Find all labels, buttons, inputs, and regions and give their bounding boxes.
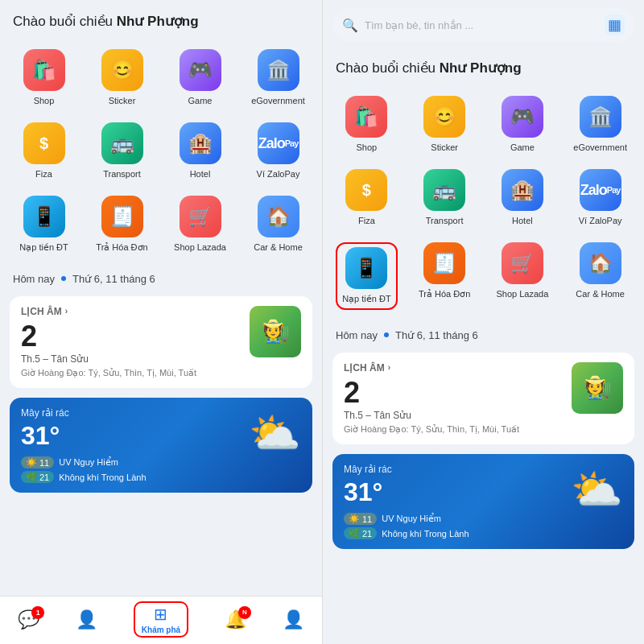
- app-icon-zalopay: ZaloPay: [258, 122, 299, 164]
- app-icon-game: 🎮: [180, 49, 221, 91]
- explore-label: Khám phá: [142, 625, 180, 634]
- app-icon-sticker: 😊: [101, 49, 143, 91]
- profile-icon: 👤: [283, 609, 304, 630]
- app-icon-egov: 🏛️: [580, 96, 621, 138]
- right-lich-am-gio: Giờ Hoàng Đạo: Tý, Sửu, Thìn, Tị, Mùi, T…: [344, 424, 519, 435]
- nav-chat[interactable]: 💬 1: [18, 609, 39, 630]
- app-label-fiza: Fiza: [358, 216, 375, 226]
- air-badge: 🌿 21: [21, 471, 54, 483]
- app-icon-carhome: 🏠: [258, 196, 299, 237]
- app-label-game: Game: [510, 142, 535, 153]
- right-weather-card: Mây rải rác 31° ☀️ 11 UV Nguy Hiểm 🌿 21 …: [332, 454, 634, 549]
- app-item-trahoadon[interactable]: 🧾Trả Hóa Đơn: [407, 236, 482, 316]
- app-item-sticker[interactable]: 😊Sticker: [85, 43, 159, 113]
- lich-am-gio: Giờ Hoàng Đạo: Tý, Sửu, Thìn, Tị, Mùi, T…: [21, 368, 196, 378]
- app-item-transport[interactable]: 🚌Transport: [85, 116, 159, 186]
- app-label-naptien: Nạp tiền ĐT: [19, 242, 68, 253]
- app-label-lazada: Shop Lazada: [496, 289, 548, 299]
- nav-notifications[interactable]: 🔔 N: [225, 609, 246, 630]
- app-icon-egov: 🏛️: [258, 49, 299, 91]
- left-weather-card: Mây rải rác 31° ☀️ 11 UV Nguy Hiểm 🌿 21 …: [10, 398, 312, 493]
- app-label-sticker: Sticker: [109, 96, 136, 106]
- app-item-hotel[interactable]: 🏨Hotel: [163, 116, 237, 186]
- right-air-row: 🌿 21 Không khí Trong Lành: [344, 527, 623, 539]
- app-icon-fiza: $: [345, 169, 387, 211]
- app-icon-carhome: 🏠: [580, 242, 621, 284]
- weather-info: ☀️ 11 UV Nguy Hiểm 🌿 21 Không khí Trong …: [21, 456, 301, 483]
- app-label-fiza: Fiza: [35, 169, 52, 180]
- app-label-zalopay: Ví ZaloPay: [257, 169, 300, 180]
- chevron-right-icon: ›: [65, 307, 68, 316]
- right-lich-am-card: LỊCH ÂM › 2 Th.5 – Tân Sửu Giờ Hoàng Đạo…: [332, 353, 634, 445]
- app-label-trahoadon: Trả Hóa Đơn: [96, 242, 147, 253]
- app-icon-lazada: 🛒: [502, 242, 543, 284]
- app-item-shop[interactable]: 🛍️Shop: [6, 43, 81, 113]
- app-icon-sticker: 😊: [423, 96, 465, 138]
- app-icon-hotel: 🏨: [502, 169, 543, 211]
- app-label-trahoadon: Trả Hóa Đơn: [419, 289, 470, 299]
- app-item-game[interactable]: 🎮Game: [163, 43, 237, 113]
- lich-am-sub: Th.5 – Tân Sửu: [21, 353, 196, 365]
- nav-contacts[interactable]: 👤: [76, 609, 97, 630]
- lich-am-header[interactable]: LỊCH ÂM ›: [21, 306, 196, 317]
- app-item-naptien[interactable]: 📱Nạp tiền ĐT: [329, 236, 404, 316]
- right-sun-cloud-icon: ⛅: [571, 465, 623, 514]
- app-item-lazada[interactable]: 🛒Shop Lazada: [485, 236, 560, 316]
- right-app-grid: 🛍️Shop😊Sticker🎮Game🏛️eGovernment$Fiza🚌Tr…: [323, 83, 644, 323]
- app-icon-transport: 🚌: [423, 169, 465, 211]
- nav-profile[interactable]: 👤: [283, 609, 304, 630]
- app-label-egov: eGovernment: [573, 142, 627, 153]
- app-item-carhome[interactable]: 🏠Car & Home: [563, 236, 638, 316]
- left-date-row: Hôm nay Thứ 6, 11 tháng 6: [0, 266, 322, 291]
- right-lich-am-header[interactable]: LỊCH ÂM ›: [344, 362, 519, 374]
- app-label-lazada: Shop Lazada: [174, 242, 226, 253]
- left-bottom-nav: 💬 1 👤 ⊞ Khám phá 🔔 N 👤: [0, 596, 322, 644]
- app-label-naptien: Nạp tiền ĐT: [342, 294, 390, 304]
- app-item-fiza[interactable]: $Fiza: [329, 163, 404, 233]
- farmer-image: 🧑‍🌾: [250, 306, 301, 357]
- left-greeting: Chào buổi chiều Như Phượng: [0, 0, 322, 36]
- uv-row: ☀️ 11 UV Nguy Hiểm: [21, 456, 301, 469]
- app-item-zalopay[interactable]: ZaloPayVí ZaloPay: [563, 163, 638, 233]
- app-item-naptien[interactable]: 📱Nạp tiền ĐT: [6, 189, 81, 259]
- app-item-sticker[interactable]: 😊Sticker: [407, 89, 482, 159]
- app-icon-game: 🎮: [502, 96, 543, 138]
- right-air-badge: 🌿 21: [344, 527, 377, 539]
- app-label-hotel: Hotel: [512, 216, 533, 226]
- search-bar[interactable]: 🔍 Tìm bạn bè, tin nhắn ... ▦: [332, 8, 634, 42]
- app-label-egov: eGovernment: [251, 96, 305, 106]
- app-icon-transport: 🚌: [101, 122, 143, 164]
- app-item-shop[interactable]: 🛍️Shop: [329, 89, 404, 159]
- app-item-game[interactable]: 🎮Game: [485, 89, 560, 159]
- app-icon-hotel: 🏨: [180, 122, 221, 164]
- app-item-egov[interactable]: 🏛️eGovernment: [241, 43, 316, 113]
- app-item-egov[interactable]: 🏛️eGovernment: [563, 89, 638, 159]
- right-date-row: Hôm nay Thứ 6, 11 tháng 6: [323, 323, 644, 348]
- qr-icon[interactable]: ▦: [605, 14, 625, 35]
- app-icon-zalopay: ZaloPay: [580, 169, 621, 211]
- app-item-trahoadon[interactable]: 🧾Trả Hóa Đơn: [85, 189, 159, 259]
- app-icon-lazada: 🛒: [180, 196, 221, 237]
- app-icon-shop: 🛍️: [23, 49, 65, 91]
- nav-explore[interactable]: ⊞ Khám phá: [134, 601, 188, 638]
- lich-am-date: 2: [21, 320, 196, 353]
- contacts-icon: 👤: [76, 609, 97, 630]
- app-item-fiza[interactable]: $Fiza: [6, 116, 81, 186]
- app-icon-fiza: $: [23, 122, 65, 164]
- app-item-transport[interactable]: 🚌Transport: [407, 163, 482, 233]
- air-row: 🌿 21 Không khí Trong Lành: [21, 471, 301, 483]
- app-item-hotel[interactable]: 🏨Hotel: [485, 163, 560, 233]
- right-uv-row: ☀️ 11 UV Nguy Hiểm: [344, 513, 623, 525]
- notification-badge: N: [238, 606, 251, 619]
- search-input-placeholder[interactable]: Tìm bạn bè, tin nhắn ...: [365, 19, 598, 31]
- sun-cloud-icon: ⛅: [249, 409, 301, 458]
- app-item-carhome[interactable]: 🏠Car & Home: [241, 189, 316, 259]
- app-label-sticker: Sticker: [431, 142, 458, 153]
- app-item-lazada[interactable]: 🛒Shop Lazada: [163, 189, 237, 259]
- right-weather-info: ☀️ 11 UV Nguy Hiểm 🌿 21 Không khí Trong …: [344, 513, 623, 539]
- app-label-carhome: Car & Home: [254, 242, 303, 253]
- right-farmer-image: 🧑‍🌾: [572, 362, 623, 414]
- app-item-zalopay[interactable]: ZaloPayVí ZaloPay: [241, 116, 316, 186]
- app-icon-shop: 🛍️: [345, 96, 387, 138]
- app-label-hotel: Hotel: [190, 169, 211, 180]
